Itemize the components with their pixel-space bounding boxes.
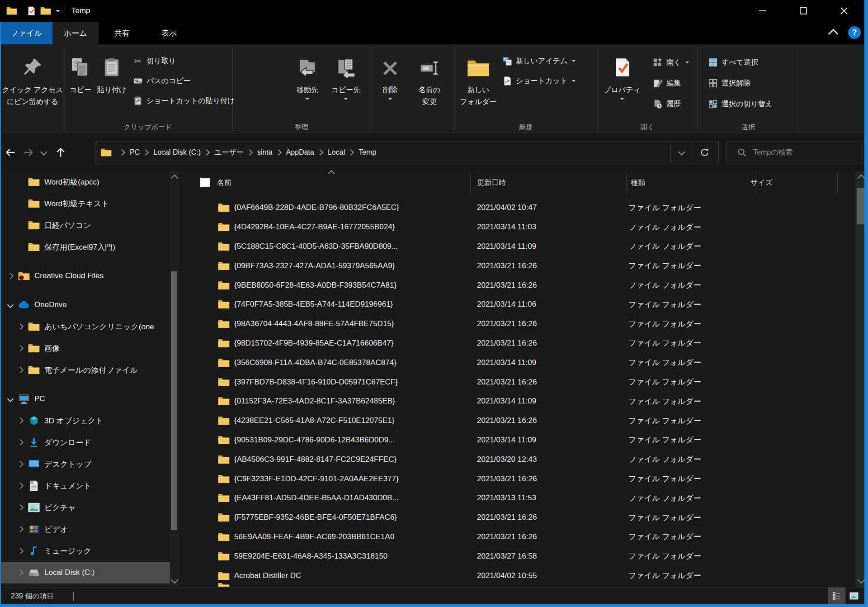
address-bar[interactable]: PC Local Disk (C:) ユーザー sinta	[95, 142, 719, 163]
minimize-button[interactable]	[742, 0, 783, 22]
address-dropdown-button[interactable]	[670, 142, 691, 163]
breadcrumb-item[interactable]: sinta	[257, 148, 273, 156]
search-input[interactable]: Tempの検索	[726, 142, 862, 163]
details-view-button[interactable]	[828, 588, 845, 605]
sidebar-item[interactable]: ピクチャ	[0, 497, 170, 518]
sidebar-item[interactable]: Creative Cloud Files	[0, 265, 170, 287]
sidebar-item[interactable]: Local Disk (C:)	[0, 562, 170, 583]
properties-button[interactable]: プロパティ	[605, 48, 639, 100]
sidebar-item[interactable]: ミュージック	[0, 540, 170, 562]
expand-chevron-icon[interactable]	[15, 418, 25, 423]
copy-to-button[interactable]: コピー先	[330, 48, 362, 100]
column-divider[interactable]	[837, 173, 838, 194]
delete-button[interactable]: 削除	[375, 48, 405, 100]
open-button[interactable]: 開く	[650, 52, 692, 73]
sidebar-item[interactable]: デスクトップ	[0, 453, 170, 475]
file-list-scrollbar-thumb[interactable]	[857, 188, 865, 224]
invert-selection-button[interactable]: 選択の切り替え	[705, 94, 775, 114]
breadcrumb-item[interactable]: AppData	[286, 148, 314, 156]
back-icon[interactable]	[5, 147, 16, 158]
sidebar-item[interactable]: 電子メールの添付ファイル	[0, 359, 170, 381]
table-row[interactable]: {09BF73A3-2327-427A-ADA1-59379A565AA9} 2…	[190, 256, 854, 275]
help-icon[interactable]: ?	[848, 26, 861, 39]
sidebar-item[interactable]: 画像	[0, 337, 170, 359]
expand-chevron-icon[interactable]	[15, 346, 25, 351]
paste-button[interactable]: 貼り付け	[96, 48, 127, 96]
edit-button[interactable]: 編集	[650, 73, 692, 94]
table-row[interactable]: Acrobat Distiller DC 2021/04/02 10:55 ファ…	[190, 566, 854, 585]
table-row[interactable]: {9BEB8050-6F28-4E63-A0DB-F393B54C7A81} 2…	[190, 275, 854, 295]
paste-shortcut-button[interactable]: ショートカットの貼り付け	[130, 91, 237, 111]
sidebar-item[interactable]: 日経パソコン	[0, 214, 170, 236]
column-divider[interactable]	[756, 173, 756, 194]
pin-to-quick-access-button[interactable]: クイック アクセス にピン留めする	[3, 48, 62, 108]
copy-path-button[interactable]: パスのコピー	[130, 71, 237, 91]
sidebar-item[interactable]: ダウンロード	[0, 432, 170, 453]
move-to-button[interactable]: 移動先	[292, 48, 323, 100]
sidebar-item[interactable]: 3D オブジェクト	[0, 410, 170, 432]
expand-chevron-icon[interactable]	[15, 505, 25, 510]
select-none-button[interactable]: 選択解除	[705, 73, 775, 94]
column-divider[interactable]	[626, 173, 627, 194]
breadcrumb-item[interactable]: ユーザー	[214, 148, 244, 157]
expand-chevron-icon[interactable]	[15, 527, 25, 531]
table-row[interactable]: {0AF6649B-228D-4ADE-B796-80B32FC6A5EC} 2…	[190, 198, 854, 218]
table-row[interactable]: {01152F3A-72E3-4AD2-8C1F-3A37B62485EB} 2…	[190, 392, 854, 411]
column-header-name[interactable]: 名前	[217, 178, 231, 188]
tab-share[interactable]: 共有	[99, 22, 146, 44]
sidebar-item[interactable]: OneDrive	[0, 294, 170, 316]
table-row[interactable]: {397FBD7B-D838-4F16-910D-D05971C67ECF} 2…	[190, 372, 854, 392]
cut-button[interactable]: ✂ 切り取り	[130, 51, 237, 71]
table-row[interactable]: {4D4292B4-10EA-4C27-B9AE-16772055B024} 2…	[190, 218, 854, 237]
maximize-button[interactable]	[783, 0, 824, 22]
breadcrumb-item[interactable]: Temp	[359, 148, 376, 156]
table-row[interactable]: {F5775EBF-9352-46BE-BFE4-0F50E71BFAC6} 2…	[190, 508, 854, 527]
forward-icon[interactable]	[23, 147, 34, 158]
table-row[interactable]: 59E9204E-E631-46A8-A345-133A3C318150 202…	[190, 546, 854, 566]
table-row[interactable]: {98A36704-4443-4AF8-88FE-57A4FBE75D15} 2…	[190, 314, 854, 334]
table-row[interactable]: {356C6908-F11A-4DBA-B74C-0E85378AC874} 2…	[190, 353, 854, 372]
table-row[interactable]: {AB4506C3-991F-4882-8147-FC2C9E24FFEC} 2…	[190, 450, 854, 469]
scroll-down-icon[interactable]	[858, 576, 865, 584]
scroll-down-icon[interactable]	[171, 576, 179, 584]
properties-qat-icon[interactable]	[27, 6, 36, 16]
tab-home[interactable]: ホーム	[52, 22, 99, 44]
expand-chevron-icon[interactable]	[15, 570, 25, 575]
expand-chevron-icon[interactable]	[15, 549, 25, 553]
sidebar-item[interactable]: ドキュメント	[0, 475, 170, 497]
expand-chevron-icon[interactable]	[15, 368, 25, 372]
column-divider[interactable]	[470, 173, 471, 194]
breadcrumb-item[interactable]: Local Disk (C:)	[153, 148, 201, 156]
sidebar-scrollbar-thumb[interactable]	[171, 271, 177, 530]
shortcut-button[interactable]: ショートカット	[500, 71, 578, 91]
sidebar-item[interactable]: PC	[0, 388, 170, 410]
recent-locations-chevron-icon[interactable]	[40, 148, 47, 156]
table-row[interactable]: {5C188C15-C8C1-40D5-A63D-35FBA90D809... …	[190, 237, 854, 256]
table-row[interactable]: {90531B09-29DC-4786-90D6-12B43B6D0D9... …	[190, 431, 854, 450]
expand-chevron-icon[interactable]	[5, 274, 15, 278]
sidebar-item[interactable]: Word初級テキスト	[0, 193, 170, 214]
up-icon[interactable]	[55, 147, 66, 158]
new-item-button[interactable]: 新しいアイテム	[500, 51, 578, 71]
table-row[interactable]: {74F0F7A5-385B-4EB5-A744-114ED9196961} 2…	[190, 295, 854, 314]
table-row[interactable]: {98D15702-4F9B-4939-85AE-C1A716606B47} 2…	[190, 334, 854, 353]
select-all-checkbox[interactable]	[200, 178, 210, 187]
expand-chevron-icon[interactable]	[15, 324, 25, 329]
refresh-button[interactable]	[691, 142, 718, 163]
column-header-date[interactable]: 更新日時	[477, 178, 506, 188]
expand-chevron-icon[interactable]	[15, 440, 25, 445]
sidebar-scrollbar[interactable]	[170, 172, 179, 587]
tab-file[interactable]: ファイル	[0, 22, 52, 44]
table-row[interactable]: {C9F3233F-E1DD-42CF-9101-2A0AAE2EE377} 2…	[190, 469, 854, 488]
thumbnails-view-button[interactable]	[845, 588, 863, 605]
table-row[interactable]: 56E9AA09-FEAF-4B9F-AC69-203BB61CE1A0 202…	[190, 527, 854, 547]
sidebar-item[interactable]: Word初級(apcc)	[0, 171, 170, 193]
scroll-up-icon[interactable]	[171, 175, 179, 182]
breadcrumb-item[interactable]: PC	[130, 148, 140, 156]
close-button[interactable]	[824, 0, 864, 22]
new-folder-qat-icon[interactable]	[40, 6, 51, 15]
column-header-size[interactable]: サイズ	[750, 178, 773, 188]
breadcrumb-item[interactable]: Local	[328, 148, 345, 156]
history-button[interactable]: 履歴	[650, 94, 692, 114]
table-row[interactable]: {EA43FF81-AD5D-4DEE-B5AA-D1AD430D0B... 2…	[190, 488, 854, 508]
